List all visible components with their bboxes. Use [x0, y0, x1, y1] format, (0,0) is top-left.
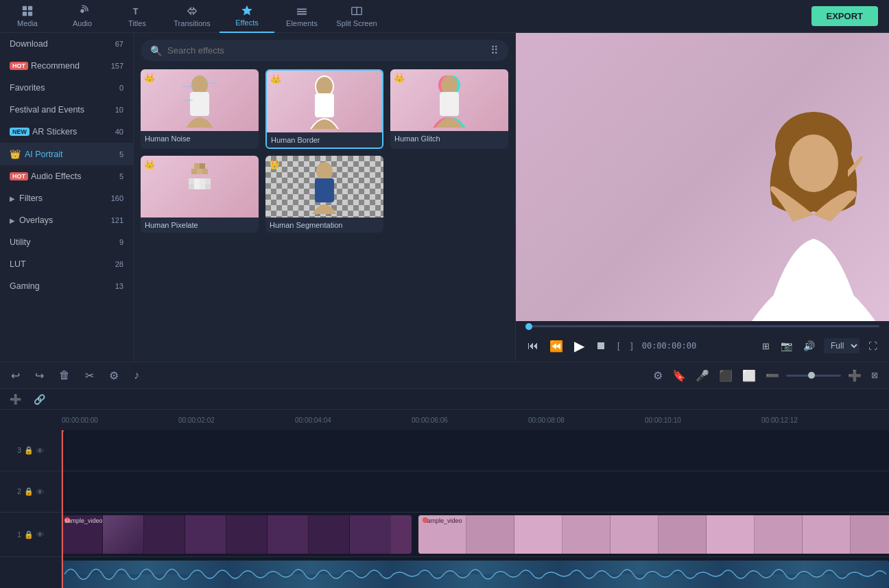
progress-thumb[interactable]	[525, 323, 532, 330]
caption-button[interactable]: ⬛	[716, 366, 735, 385]
ruler-mark-1: 00:00:02:02	[178, 416, 295, 424]
svg-point-4	[80, 9, 84, 12]
timeline-link[interactable]: 🔗	[31, 391, 48, 408]
sidebar-filters-count: 160	[111, 194, 123, 202]
search-input[interactable]	[167, 45, 490, 56]
play-button[interactable]: ▶	[572, 336, 586, 356]
svg-text:T: T	[133, 7, 139, 16]
redo-button[interactable]: ↪	[32, 366, 47, 385]
overlays-arrow: ▶	[10, 217, 15, 224]
svg-rect-24	[194, 163, 200, 169]
layout-button[interactable]: ⊞	[760, 339, 772, 353]
playhead[interactable]	[62, 430, 63, 588]
undo-button[interactable]: ↩	[8, 366, 23, 385]
sidebar-item-download[interactable]: Download 67	[0, 33, 133, 55]
track-row-2	[62, 471, 889, 513]
zoom-thumb[interactable]	[808, 372, 815, 379]
step-back-button[interactable]: ⏪	[547, 338, 565, 355]
skip-back-button[interactable]: ⏮	[525, 338, 541, 354]
audio-detach-button[interactable]: ♪	[131, 366, 142, 384]
zoom-track	[786, 375, 841, 377]
main-area: Download 67 HOT Recommend 157 Favorites …	[0, 33, 889, 362]
effect-card-human-border[interactable]: 👑 Human Border	[265, 69, 383, 149]
track-row-1: sample_video	[62, 513, 889, 557]
new-tag-ar: NEW	[10, 128, 29, 136]
sidebar-item-audio-effects[interactable]: HOT Audio Effects 5	[0, 165, 133, 187]
track3-eye[interactable]: 👁	[36, 447, 44, 455]
delete-button[interactable]: 🗑	[56, 366, 73, 384]
sidebar-ar-label: AR Stickers	[32, 127, 77, 137]
sidebar-item-ai-portrait[interactable]: 👑 AI Portrait 5	[0, 143, 133, 165]
svg-point-22	[441, 75, 458, 95]
quality-select[interactable]: Full	[824, 338, 860, 353]
track-row-3	[62, 430, 889, 471]
svg-point-37	[316, 162, 333, 181]
sidebar-item-favorites[interactable]: Favorites 0	[0, 77, 133, 99]
fit-button[interactable]: ⊠	[868, 368, 881, 383]
mic-button[interactable]: 🎤	[693, 366, 712, 385]
video-clip-1[interactable]: sample_video	[62, 515, 412, 554]
sidebar-overlays-label: Overlays	[19, 215, 53, 225]
crown-icon-segmentation: 👑	[269, 159, 280, 169]
zoom-in-button[interactable]: ➕	[845, 366, 864, 385]
sidebar-item-utility[interactable]: Utility 9	[0, 231, 133, 253]
sidebar-item-overlays[interactable]: ▶ Overlays 121	[0, 209, 133, 231]
effect-segmentation-label: Human Segmentation	[265, 217, 383, 233]
track1-lock[interactable]: 🔒	[24, 530, 34, 539]
cut-button[interactable]: ✂	[82, 366, 97, 385]
search-icon: 🔍	[150, 45, 162, 56]
sidebar-item-recommend[interactable]: HOT Recommend 157	[0, 55, 133, 77]
track3-lock[interactable]: 🔒	[24, 446, 34, 455]
nav-transitions[interactable]: Transitions	[165, 0, 220, 33]
track2-eye[interactable]: 👁	[36, 488, 44, 496]
effect-card-human-segmentation[interactable]: 👑 Human Segmentation	[265, 156, 383, 233]
effects-grid: 👑 Human Noise 👑	[141, 69, 508, 233]
volume-button[interactable]: 🔊	[801, 338, 817, 353]
export-button[interactable]: EXPORT	[811, 6, 878, 26]
video-clip-2[interactable]: sample_video	[418, 515, 889, 554]
sidebar-item-ar-stickers[interactable]: NEW AR Stickers 40	[0, 121, 133, 143]
stop-button[interactable]: ⏹	[593, 338, 608, 354]
sidebar-recommend-label: Recommend	[31, 61, 80, 71]
track1-eye[interactable]: 👁	[36, 530, 44, 539]
settings-button[interactable]: ⚙	[106, 366, 121, 385]
bracket-start-button[interactable]: [	[615, 339, 621, 353]
timeline-add-track[interactable]: ➕	[7, 391, 24, 408]
hot-tag-audio: HOT	[10, 172, 28, 180]
nav-split-screen[interactable]: Split Screen	[329, 0, 384, 33]
preview-controls: ⏮ ⏪ ▶ ⏹ [ ] 00:00:00:00 ⊞ 📷 🔊 Full ⛶	[516, 330, 889, 362]
effect-card-human-pixelate[interactable]: 👑	[141, 156, 259, 233]
sidebar-item-lut[interactable]: LUT 28	[0, 253, 133, 275]
progress-track[interactable]	[525, 325, 879, 327]
track-settings-button[interactable]: ⚙	[650, 366, 665, 385]
sidebar-item-festival-events[interactable]: Festival and Events 10	[0, 99, 133, 121]
sidebar-item-gaming[interactable]: Gaming 13	[0, 275, 133, 297]
bracket-end-button[interactable]: ]	[628, 339, 635, 353]
grid-view-icon[interactable]: ⠿	[490, 44, 499, 57]
sidebar-item-filters[interactable]: ▶ Filters 160	[0, 187, 133, 209]
svg-rect-38	[315, 178, 334, 202]
fullscreen-button[interactable]: ⛶	[866, 339, 879, 353]
sidebar-favorites-label: Favorites	[10, 83, 45, 93]
effect-card-human-noise[interactable]: 👑 Human Noise	[141, 69, 259, 149]
tracks-container: sample_video	[62, 430, 889, 588]
effect-card-human-glitch[interactable]: 👑	[390, 69, 508, 149]
pip-button[interactable]: ⬜	[739, 366, 759, 385]
bookmark-button[interactable]: 🔖	[669, 366, 689, 385]
svg-rect-0	[23, 6, 27, 10]
nav-audio[interactable]: Audio	[55, 0, 110, 33]
snapshot-button[interactable]: 📷	[779, 338, 794, 353]
ruler-mark-2: 00:00:04:04	[295, 416, 412, 424]
nav-effects[interactable]: Effects	[220, 0, 274, 33]
nav-media[interactable]: Media	[0, 0, 55, 33]
svg-rect-31	[200, 178, 205, 184]
nav-elements[interactable]: Elements	[274, 0, 329, 33]
sidebar-recommend-count: 157	[111, 62, 123, 70]
audio-waves: // Generate wave bars inline via style a…	[62, 561, 889, 588]
track2-lock[interactable]: 🔒	[24, 487, 34, 496]
nav-titles[interactable]: T Titles	[110, 0, 165, 33]
zoom-out-button[interactable]: ➖	[763, 366, 782, 385]
ruler-mark-5: 00:00:10:10	[645, 416, 761, 424]
effect-border-label: Human Border	[267, 132, 382, 148]
svg-point-17	[316, 77, 333, 96]
